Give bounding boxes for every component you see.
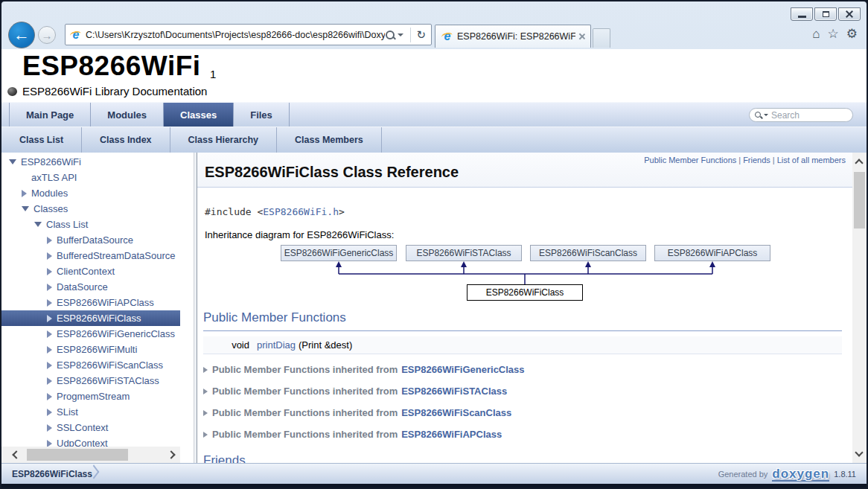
chevron-right-icon[interactable] [47, 346, 52, 354]
tab-class-members[interactable]: Class Members [277, 127, 382, 153]
tree-item-label[interactable]: BufferDataSource [57, 234, 133, 246]
scroll-down-icon[interactable] [855, 448, 863, 456]
chevron-down-icon[interactable] [22, 206, 29, 211]
restore-button[interactable] [814, 7, 837, 21]
tree-item-esp8266wifistaclass[interactable]: ESP8266WiFiSTAClass [1, 373, 180, 389]
diagram-node-scanclass[interactable]: ESP8266WiFiScanClass [530, 245, 646, 261]
scroll-left-icon[interactable] [12, 450, 20, 458]
include-file-link[interactable]: ESP8266WiFi.h [263, 206, 339, 217]
inherited-section-genericclass[interactable]: Public Member Functions inherited fromES… [203, 363, 525, 376]
chevron-right-icon[interactable] [47, 393, 52, 400]
settings-gear-icon[interactable]: ⚙ [846, 27, 858, 42]
tree-item-label[interactable]: ESP8266WiFiScanClass [57, 359, 163, 371]
tab-class-index[interactable]: Class Index [82, 127, 170, 153]
tree-item-esp8266wifimulti[interactable]: ESP8266WiFiMulti [1, 342, 180, 357]
chevron-right-icon[interactable] [47, 252, 52, 260]
chevron-right-icon[interactable] [47, 377, 52, 385]
browser-tab[interactable]: e ESP8266WiFi: ESP8266WiFi... [435, 25, 591, 48]
chevron-down-icon[interactable] [9, 159, 16, 164]
scrollbar-thumb[interactable] [27, 449, 128, 461]
doxygen-search-box[interactable] [749, 108, 853, 122]
tree-item-label[interactable]: ESP8266WiFiSTAClass [57, 375, 159, 386]
tree-item-label[interactable]: SSLContext [57, 422, 108, 433]
tree-item-label[interactable]: ProgmemStream [57, 391, 130, 402]
tab-main-page[interactable]: Main Page [9, 103, 91, 127]
search-input[interactable] [771, 110, 848, 121]
tree-item-label[interactable]: DataSource [57, 281, 108, 293]
scroll-up-icon[interactable] [855, 159, 863, 167]
tree-item-datasource[interactable]: DataSource [1, 279, 180, 295]
diagram-node-apclass[interactable]: ESP8266WiFiAPClass [654, 245, 770, 261]
scroll-right-icon[interactable] [167, 450, 175, 458]
tab-close-icon[interactable] [578, 33, 586, 40]
tree-item-label[interactable]: axTLS API [31, 172, 77, 183]
inherited-class-link[interactable]: ESP8266WiFiAPClass [401, 429, 502, 440]
breadcrumb[interactable]: ESP8266WiFiClass [12, 464, 92, 485]
tree-item-slist[interactable]: SList [1, 404, 180, 420]
doxygen-logo[interactable]: doxygen [772, 467, 829, 482]
chevron-down-icon[interactable] [764, 114, 768, 116]
tree-item-label[interactable]: ESP8266WiFi [21, 156, 81, 167]
chevron-right-icon[interactable] [203, 367, 208, 373]
chevron-right-icon[interactable] [203, 410, 208, 416]
link-list-of-all-members[interactable]: List of all members [777, 156, 846, 164]
tree-item-label[interactable]: ClientContext [57, 266, 115, 277]
tree-item-label[interactable]: ESP8266WiFiAPClass [57, 297, 154, 308]
chevron-right-icon[interactable] [47, 268, 52, 275]
chevron-right-icon[interactable] [47, 424, 52, 432]
tree-item-classes[interactable]: Classes [1, 201, 180, 217]
search-icon[interactable] [385, 30, 395, 40]
tree-item-label[interactable]: Class List [46, 219, 88, 230]
chevron-right-icon[interactable] [47, 440, 52, 447]
tree-item-bufferdatasource[interactable]: BufferDataSource [1, 232, 180, 248]
tab-class-list[interactable]: Class List [1, 127, 82, 153]
tree-item-label[interactable]: Classes [33, 203, 68, 214]
home-icon[interactable]: ⌂ [812, 27, 820, 42]
chevron-right-icon[interactable] [203, 389, 208, 394]
chevron-down-icon[interactable] [398, 33, 403, 36]
favorites-star-icon[interactable]: ☆ [828, 27, 839, 42]
chevron-right-icon[interactable] [47, 409, 52, 416]
scrollbar-thumb[interactable] [854, 172, 865, 228]
tab-title[interactable]: ESP8266WiFi: ESP8266WiFi... [457, 31, 575, 42]
tree-item-progmemstream[interactable]: ProgmemStream [1, 389, 180, 404]
inherited-class-link[interactable]: ESP8266WiFiScanClass [401, 407, 511, 418]
chevron-right-icon[interactable] [47, 315, 52, 322]
tree-item-modules[interactable]: Modules [1, 185, 180, 201]
chevron-down-icon[interactable] [34, 222, 42, 227]
title-bar[interactable] [1, 1, 867, 20]
diagram-node-staclass[interactable]: ESP8266WiFiSTAClass [406, 245, 522, 261]
tree-item-sslcontext[interactable]: SSLContext [1, 420, 180, 435]
diagram-node-genericclass[interactable]: ESP8266WiFiGenericClass [281, 245, 397, 261]
tree-item-bufferedstreamdatasource[interactable]: BufferedStreamDataSource [1, 248, 180, 263]
close-button[interactable] [838, 7, 861, 21]
tree-item-esp8266wifiapclass[interactable]: ESP8266WiFiAPClass [1, 295, 180, 310]
back-button[interactable]: ← [8, 22, 35, 48]
url-input[interactable] [86, 30, 385, 40]
link-friends[interactable]: Friends [743, 156, 770, 164]
chevron-right-icon[interactable] [47, 330, 52, 338]
tree-item-label[interactable]: ESP8266WiFiGenericClass [57, 328, 175, 339]
tab-class-hierarchy[interactable]: Class Hierarchy [170, 127, 278, 153]
inherited-section-scanclass[interactable]: Public Member Functions inherited fromES… [203, 406, 511, 419]
inherited-section-apclass[interactable]: Public Member Functions inherited fromES… [203, 428, 502, 441]
tab-classes[interactable]: Classes [164, 103, 234, 127]
refresh-button[interactable]: ↻ [414, 28, 428, 42]
tree-item-label[interactable]: SList [57, 406, 78, 418]
tree-item-esp8266wifi[interactable]: ESP8266WiFi [1, 154, 180, 170]
chevron-right-icon[interactable] [47, 284, 52, 291]
tab-modules[interactable]: Modules [91, 103, 164, 127]
tree-item-label[interactable]: ESP8266WiFiClass [57, 313, 141, 324]
minimize-button[interactable] [791, 7, 813, 21]
tree-item-axtls-api[interactable]: axTLS API [1, 170, 180, 185]
forward-button[interactable]: → [38, 26, 56, 44]
inherited-class-link[interactable]: ESP8266WiFiSTAClass [401, 386, 507, 397]
tab-files[interactable]: Files [234, 103, 290, 127]
new-tab-button[interactable] [593, 28, 610, 48]
inherited-section-staclass[interactable]: Public Member Functions inherited fromES… [203, 385, 507, 397]
tree-item-label[interactable]: ESP8266WiFiMulti [57, 344, 137, 355]
content-vertical-scrollbar[interactable] [852, 153, 867, 463]
chevron-right-icon[interactable] [47, 299, 52, 307]
tree-item-esp8266wificlass-selected[interactable]: ESP8266WiFiClass [1, 310, 180, 326]
tree-item-esp8266wifigenericclass[interactable]: ESP8266WiFiGenericClass [1, 326, 180, 342]
